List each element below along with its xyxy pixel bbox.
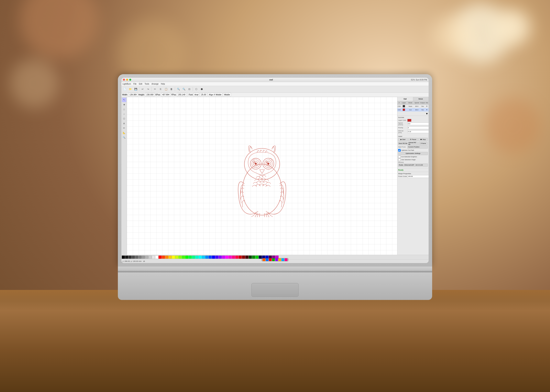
minimize-button[interactable]: [126, 79, 128, 81]
palette-swatch[interactable]: [179, 256, 182, 259]
pause-button[interactable]: ⏸ Pause: [408, 138, 418, 141]
measure-tool[interactable]: 📐: [122, 131, 126, 135]
layer-row-c03[interactable]: C03 Cut 80.0 Yes ▼: [397, 108, 429, 112]
copy-button[interactable]: ⎘: [158, 87, 163, 92]
start-from-select[interactable]: Current Position: [407, 146, 428, 149]
ellipse-tool[interactable]: ○: [122, 112, 126, 116]
redo-button[interactable]: ↪: [146, 87, 151, 92]
frame-button[interactable]: □ Frame: [418, 142, 428, 145]
palette-swatch[interactable]: [182, 256, 185, 259]
dock-app-icon[interactable]: [272, 258, 275, 261]
palette-swatch[interactable]: [125, 256, 128, 259]
upload-rd-button[interactable]: Upload RD file: [408, 142, 418, 145]
optimize-cut-checkbox[interactable]: [398, 149, 401, 152]
palette-swatch[interactable]: [158, 256, 162, 259]
palette-swatch[interactable]: [215, 256, 218, 259]
palette-swatch[interactable]: [222, 256, 225, 259]
cut-button[interactable]: ✂: [152, 87, 157, 92]
palette-swatch[interactable]: [219, 256, 222, 259]
interval-input[interactable]: [407, 130, 429, 133]
menu-edit[interactable]: Edit: [139, 83, 142, 85]
palette-swatch[interactable]: [152, 256, 155, 259]
palette-swatch[interactable]: [122, 256, 125, 259]
start-button[interactable]: ▶ Start: [398, 138, 408, 141]
palette-swatch[interactable]: [162, 256, 165, 259]
height-field[interactable]: 230.000: [145, 93, 154, 96]
palette-swatch[interactable]: [229, 256, 232, 259]
dock-app-icon[interactable]: [263, 258, 265, 261]
select-tool[interactable]: ↖: [122, 98, 126, 102]
delete-button[interactable]: 🗑: [169, 87, 174, 92]
paste-button[interactable]: 📋: [164, 87, 169, 92]
layer-color-box[interactable]: [407, 119, 411, 122]
palette-swatch[interactable]: [155, 256, 158, 259]
dock-app-icon[interactable]: [269, 258, 272, 261]
new-button[interactable]: 📄: [122, 87, 127, 92]
width-field[interactable]: 139.389: [129, 93, 137, 96]
palette-swatch[interactable]: [252, 256, 255, 259]
palette-swatch[interactable]: [225, 256, 229, 259]
palette-swatch[interactable]: [129, 256, 132, 259]
dock-app-icon[interactable]: [281, 258, 284, 261]
palette-swatch[interactable]: [245, 256, 249, 259]
palette-swatch[interactable]: [202, 256, 205, 259]
palette-swatch[interactable]: [232, 256, 235, 259]
dock-app-icon[interactable]: [278, 258, 281, 261]
palette-swatch[interactable]: [185, 256, 188, 259]
palette-swatch[interactable]: [165, 256, 168, 259]
palette-swatch[interactable]: [249, 256, 252, 259]
undo-button[interactable]: ↩: [140, 87, 145, 92]
palette-swatch[interactable]: [255, 256, 258, 259]
cut-selected-checkbox[interactable]: [398, 155, 401, 158]
palette-swatch[interactable]: [169, 256, 172, 259]
font-field[interactable]: Arial: [193, 93, 199, 96]
cut-tab[interactable]: Cut: [397, 97, 413, 101]
group-button[interactable]: ⬡: [194, 87, 199, 92]
palette-swatch[interactable]: [138, 256, 142, 259]
speed-input[interactable]: [407, 122, 429, 125]
text-tool[interactable]: A: [122, 121, 126, 126]
zoom-fit-button[interactable]: ⊡: [187, 87, 192, 92]
rectangle-tool[interactable]: □: [122, 107, 126, 112]
power-scale-input[interactable]: [407, 175, 429, 178]
height2-field[interactable]: 25.00: [200, 93, 207, 96]
dock-app-icon[interactable]: [285, 258, 287, 261]
palette-swatch[interactable]: [205, 256, 208, 259]
canvas-area[interactable]: [127, 97, 397, 255]
dock-app-icon[interactable]: [275, 258, 278, 261]
use-selection-checkbox[interactable]: [398, 158, 401, 161]
stop-button[interactable]: ⏹ Stop: [418, 138, 428, 141]
menu-tools[interactable]: Tools: [145, 83, 149, 85]
palette-swatch[interactable]: [175, 256, 178, 259]
open-button[interactable]: 📁: [128, 87, 133, 92]
palette-swatch[interactable]: [199, 256, 202, 259]
save-rd-button[interactable]: Save RD file: [398, 142, 408, 145]
palette-swatch[interactable]: [192, 256, 195, 259]
align-x-field[interactable]: Align X Middle: [208, 93, 222, 96]
ungroup-button[interactable]: ⬢: [199, 87, 204, 92]
palette-swatch[interactable]: [135, 256, 138, 259]
ypos-field[interactable]: 255.149: [177, 93, 186, 96]
move-tab[interactable]: Move: [413, 97, 429, 101]
zoom-out-button[interactable]: 🔍: [181, 87, 186, 92]
palette-swatch[interactable]: [259, 256, 262, 259]
dock-app-icon[interactable]: [266, 258, 269, 261]
palette-swatch[interactable]: [212, 256, 215, 259]
device-select[interactable]: Ruida - Ethernet/UDP : 10.0.0.100: [398, 163, 428, 167]
palette-swatch[interactable]: [149, 256, 152, 259]
menu-arrange[interactable]: Arrange: [152, 83, 159, 85]
menu-lightburn[interactable]: LightBurn: [122, 83, 131, 85]
zoom-tool[interactable]: 🔍: [122, 135, 126, 140]
palette-swatch[interactable]: [242, 256, 245, 259]
palette-swatch[interactable]: [172, 256, 175, 259]
node-tool[interactable]: ◈: [122, 103, 126, 107]
maximize-button[interactable]: [129, 79, 131, 81]
palette-swatch[interactable]: [132, 256, 135, 259]
polygon-tool[interactable]: ⬡: [122, 117, 126, 121]
palette-swatch[interactable]: [142, 256, 145, 259]
save-button[interactable]: 💾: [133, 87, 138, 92]
close-button[interactable]: [123, 79, 125, 81]
palette-swatch[interactable]: [209, 256, 212, 259]
zoom-in-button[interactable]: 🔍: [176, 87, 181, 92]
priority-input[interactable]: [407, 126, 429, 129]
